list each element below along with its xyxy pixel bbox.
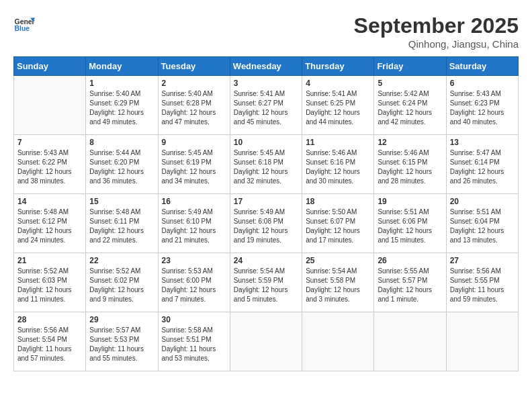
calendar-cell: 17Sunrise: 5:49 AM Sunset: 6:08 PM Dayli… <box>230 194 302 253</box>
header-cell-saturday: Saturday <box>446 57 518 76</box>
calendar-cell: 28Sunrise: 5:56 AM Sunset: 5:54 PM Dayli… <box>14 312 86 371</box>
day-info: Sunrise: 5:46 AM Sunset: 6:15 PM Dayligh… <box>378 148 442 186</box>
day-info: Sunrise: 5:40 AM Sunset: 6:29 PM Dayligh… <box>89 89 154 127</box>
page-header: General Blue September 2025 Qinhong, Jia… <box>13 13 519 50</box>
calendar-cell: 3Sunrise: 5:41 AM Sunset: 6:27 PM Daylig… <box>230 76 302 135</box>
day-number: 26 <box>378 256 442 265</box>
calendar-cell: 25Sunrise: 5:54 AM Sunset: 5:58 PM Dayli… <box>302 253 374 312</box>
header-cell-friday: Friday <box>374 57 446 76</box>
day-number: 4 <box>306 79 370 88</box>
svg-text:Blue: Blue <box>15 25 30 32</box>
day-number: 30 <box>162 315 226 324</box>
header-cell-wednesday: Wednesday <box>230 57 302 76</box>
day-number: 3 <box>234 79 298 88</box>
day-number: 12 <box>378 138 442 147</box>
logo: General Blue <box>13 13 35 35</box>
calendar-cell <box>302 312 374 371</box>
header-cell-monday: Monday <box>86 57 158 76</box>
day-info: Sunrise: 5:41 AM Sunset: 6:27 PM Dayligh… <box>234 89 298 127</box>
day-info: Sunrise: 5:45 AM Sunset: 6:18 PM Dayligh… <box>234 148 298 186</box>
day-number: 27 <box>450 256 515 265</box>
day-info: Sunrise: 5:40 AM Sunset: 6:28 PM Dayligh… <box>162 89 226 127</box>
day-info: Sunrise: 5:51 AM Sunset: 6:04 PM Dayligh… <box>450 208 515 245</box>
day-number: 29 <box>89 315 154 324</box>
day-number: 7 <box>17 138 82 147</box>
calendar-cell: 13Sunrise: 5:47 AM Sunset: 6:14 PM Dayli… <box>446 135 518 194</box>
calendar-cell: 15Sunrise: 5:48 AM Sunset: 6:11 PM Dayli… <box>86 194 158 253</box>
calendar-cell <box>230 312 302 371</box>
calendar-cell: 26Sunrise: 5:55 AM Sunset: 5:57 PM Dayli… <box>374 253 446 312</box>
week-row-1: 7Sunrise: 5:43 AM Sunset: 6:22 PM Daylig… <box>14 135 519 194</box>
day-number: 11 <box>306 138 370 147</box>
header-cell-tuesday: Tuesday <box>158 57 230 76</box>
calendar-cell: 16Sunrise: 5:49 AM Sunset: 6:10 PM Dayli… <box>158 194 230 253</box>
calendar-cell <box>374 312 446 371</box>
calendar-cell: 4Sunrise: 5:41 AM Sunset: 6:25 PM Daylig… <box>302 76 374 135</box>
day-number: 20 <box>450 197 515 206</box>
day-number: 17 <box>234 197 298 206</box>
day-number: 14 <box>17 197 82 206</box>
day-info: Sunrise: 5:56 AM Sunset: 5:55 PM Dayligh… <box>450 267 515 304</box>
day-info: Sunrise: 5:49 AM Sunset: 6:10 PM Dayligh… <box>162 208 226 245</box>
day-info: Sunrise: 5:57 AM Sunset: 5:53 PM Dayligh… <box>89 326 154 363</box>
day-info: Sunrise: 5:49 AM Sunset: 6:08 PM Dayligh… <box>234 208 298 245</box>
day-info: Sunrise: 5:51 AM Sunset: 6:06 PM Dayligh… <box>378 208 442 245</box>
calendar-cell: 23Sunrise: 5:53 AM Sunset: 6:00 PM Dayli… <box>158 253 230 312</box>
calendar-cell: 6Sunrise: 5:43 AM Sunset: 6:23 PM Daylig… <box>446 76 518 135</box>
calendar-cell: 11Sunrise: 5:46 AM Sunset: 6:16 PM Dayli… <box>302 135 374 194</box>
calendar-cell: 22Sunrise: 5:52 AM Sunset: 6:02 PM Dayli… <box>86 253 158 312</box>
calendar-table: SundayMondayTuesdayWednesdayThursdayFrid… <box>13 56 519 371</box>
day-number: 22 <box>89 256 154 265</box>
day-info: Sunrise: 5:43 AM Sunset: 6:23 PM Dayligh… <box>450 89 515 127</box>
calendar-cell: 14Sunrise: 5:48 AM Sunset: 6:12 PM Dayli… <box>14 194 86 253</box>
day-info: Sunrise: 5:43 AM Sunset: 6:22 PM Dayligh… <box>17 148 82 186</box>
calendar-cell <box>14 76 86 135</box>
day-info: Sunrise: 5:48 AM Sunset: 6:12 PM Dayligh… <box>17 208 82 245</box>
day-number: 28 <box>17 315 82 324</box>
day-number: 1 <box>89 79 154 88</box>
week-row-2: 14Sunrise: 5:48 AM Sunset: 6:12 PM Dayli… <box>14 194 519 253</box>
day-number: 8 <box>89 138 154 147</box>
day-number: 6 <box>450 79 515 88</box>
header-row: SundayMondayTuesdayWednesdayThursdayFrid… <box>14 57 519 76</box>
calendar-cell: 2Sunrise: 5:40 AM Sunset: 6:28 PM Daylig… <box>158 76 230 135</box>
day-number: 25 <box>306 256 370 265</box>
day-info: Sunrise: 5:53 AM Sunset: 6:00 PM Dayligh… <box>162 267 226 304</box>
calendar-cell: 7Sunrise: 5:43 AM Sunset: 6:22 PM Daylig… <box>14 135 86 194</box>
day-info: Sunrise: 5:45 AM Sunset: 6:19 PM Dayligh… <box>162 148 226 186</box>
calendar-cell: 24Sunrise: 5:54 AM Sunset: 5:59 PM Dayli… <box>230 253 302 312</box>
day-number: 2 <box>162 79 226 88</box>
calendar-cell: 27Sunrise: 5:56 AM Sunset: 5:55 PM Dayli… <box>446 253 518 312</box>
day-info: Sunrise: 5:52 AM Sunset: 6:02 PM Dayligh… <box>89 267 154 304</box>
day-info: Sunrise: 5:56 AM Sunset: 5:54 PM Dayligh… <box>17 326 82 363</box>
day-info: Sunrise: 5:52 AM Sunset: 6:03 PM Dayligh… <box>17 267 82 304</box>
month-title: September 2025 <box>354 13 519 38</box>
week-row-3: 21Sunrise: 5:52 AM Sunset: 6:03 PM Dayli… <box>14 253 519 312</box>
calendar-cell: 18Sunrise: 5:50 AM Sunset: 6:07 PM Dayli… <box>302 194 374 253</box>
calendar-cell: 1Sunrise: 5:40 AM Sunset: 6:29 PM Daylig… <box>86 76 158 135</box>
calendar-cell: 10Sunrise: 5:45 AM Sunset: 6:18 PM Dayli… <box>230 135 302 194</box>
calendar-cell <box>446 312 518 371</box>
day-number: 15 <box>89 197 154 206</box>
day-number: 18 <box>306 197 370 206</box>
day-info: Sunrise: 5:54 AM Sunset: 5:58 PM Dayligh… <box>306 267 370 304</box>
day-info: Sunrise: 5:55 AM Sunset: 5:57 PM Dayligh… <box>378 267 442 304</box>
day-number: 23 <box>162 256 226 265</box>
day-info: Sunrise: 5:50 AM Sunset: 6:07 PM Dayligh… <box>306 208 370 245</box>
location: Qinhong, Jiangsu, China <box>354 38 519 50</box>
calendar-cell: 29Sunrise: 5:57 AM Sunset: 5:53 PM Dayli… <box>86 312 158 371</box>
day-number: 24 <box>234 256 298 265</box>
day-number: 13 <box>450 138 515 147</box>
day-info: Sunrise: 5:47 AM Sunset: 6:14 PM Dayligh… <box>450 148 515 186</box>
calendar-cell: 20Sunrise: 5:51 AM Sunset: 6:04 PM Dayli… <box>446 194 518 253</box>
day-number: 19 <box>378 197 442 206</box>
calendar-cell: 30Sunrise: 5:58 AM Sunset: 5:51 PM Dayli… <box>158 312 230 371</box>
day-number: 21 <box>17 256 82 265</box>
calendar-cell: 12Sunrise: 5:46 AM Sunset: 6:15 PM Dayli… <box>374 135 446 194</box>
day-info: Sunrise: 5:58 AM Sunset: 5:51 PM Dayligh… <box>162 326 226 363</box>
calendar-cell: 19Sunrise: 5:51 AM Sunset: 6:06 PM Dayli… <box>374 194 446 253</box>
day-info: Sunrise: 5:44 AM Sunset: 6:20 PM Dayligh… <box>89 148 154 186</box>
day-number: 10 <box>234 138 298 147</box>
day-number: 9 <box>162 138 226 147</box>
day-info: Sunrise: 5:54 AM Sunset: 5:59 PM Dayligh… <box>234 267 298 304</box>
